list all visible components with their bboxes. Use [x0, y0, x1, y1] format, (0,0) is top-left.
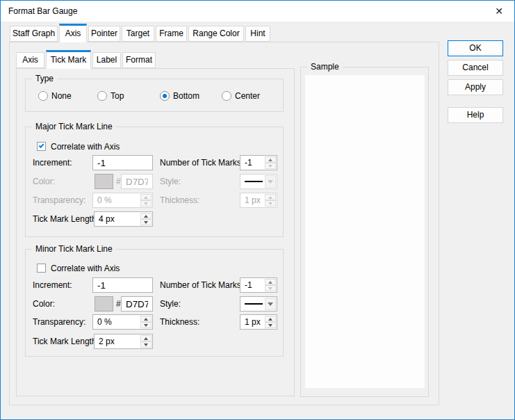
ok-button[interactable]: OK	[448, 40, 503, 56]
cancel-button[interactable]: Cancel	[448, 60, 503, 76]
sample-preview-area	[305, 75, 425, 388]
radio-center-circle[interactable]	[222, 91, 231, 101]
subtab-format[interactable]: Format	[122, 52, 156, 68]
tab-range-color[interactable]: Range Color	[188, 26, 244, 42]
minor-increment-input[interactable]	[92, 277, 153, 293]
radio-top-circle[interactable]	[97, 91, 107, 101]
chevron-down-icon	[265, 175, 276, 188]
major-thickness-label: Thickness:	[160, 193, 199, 208]
spin-down-icon[interactable]	[265, 285, 276, 291]
sample-group-title: Sample	[307, 62, 343, 72]
spin-up-icon[interactable]	[140, 316, 152, 322]
minor-tick-length-stepper[interactable]: 2 px	[94, 334, 153, 349]
radio-none-circle[interactable]	[38, 91, 48, 101]
major-transparency-label: Transparency:	[33, 193, 85, 208]
minor-transparency-value[interactable]: 0 %	[97, 315, 112, 329]
minor-num-ticks-value[interactable]: -1	[245, 278, 252, 292]
type-group-title: Type	[32, 74, 57, 83]
spin-up-icon	[265, 194, 276, 200]
subtab-tick-mark[interactable]: Tick Mark	[46, 50, 91, 69]
major-color-hash: #	[116, 174, 121, 189]
minor-transparency-label: Transparency:	[33, 314, 85, 330]
checkbox-icon[interactable]	[37, 264, 46, 273]
sub-tabstrip: Axis Tick Mark Label Format	[16, 52, 156, 69]
spin-up-icon[interactable]	[140, 213, 152, 219]
spin-down-icon[interactable]	[140, 219, 152, 225]
sample-group: Sample	[300, 67, 429, 397]
subtab-label[interactable]: Label	[92, 52, 121, 68]
spin-down-icon[interactable]	[265, 322, 276, 328]
minor-tick-length-value[interactable]: 2 px	[99, 334, 115, 348]
minor-correlate-label: Correlate with Axis	[51, 264, 120, 273]
window-title: Format Bar Gauge	[8, 1, 77, 22]
minor-thickness-stepper[interactable]: 1 px	[240, 314, 277, 330]
minor-num-ticks-stepper[interactable]: -1	[240, 277, 277, 293]
minor-tick-length-row: Tick Mark Length: 2 px	[26, 334, 283, 350]
major-correlate-label: Correlate with Axis	[51, 142, 120, 152]
major-thickness-value: 1 px	[245, 193, 261, 207]
minor-increment-row: Increment: Number of Tick Marks: -1	[26, 277, 283, 293]
major-thickness-stepper: 1 px	[240, 193, 277, 208]
type-group: Type None Top Bottom Center	[25, 79, 284, 112]
major-color-hex-input	[121, 174, 153, 189]
major-increment-label: Increment:	[33, 155, 72, 170]
minor-style-dropdown[interactable]	[240, 296, 277, 312]
major-num-ticks-stepper[interactable]: -1	[240, 155, 277, 170]
radio-none-label: None	[51, 91, 72, 102]
tab-staff-graph[interactable]: Staff Graph	[10, 26, 58, 42]
major-color-label: Color:	[33, 174, 55, 189]
major-num-ticks-value[interactable]: -1	[245, 156, 252, 170]
major-transparency-stepper: 0 %	[92, 193, 153, 208]
minor-thickness-value[interactable]: 1 px	[245, 315, 261, 329]
major-transparency-row: Transparency: 0 % Thickness: 1 px	[26, 193, 283, 209]
line-style-glyph	[245, 181, 263, 182]
close-icon[interactable]: ✕	[490, 1, 508, 22]
minor-transparency-row: Transparency: 0 % Thickness: 1 px	[26, 314, 283, 330]
spin-up-icon	[140, 194, 152, 200]
minor-style-label: Style:	[160, 296, 181, 312]
minor-transparency-stepper[interactable]: 0 %	[92, 314, 153, 330]
minor-num-ticks-label: Number of Tick Marks:	[160, 277, 243, 293]
spin-down-icon[interactable]	[140, 322, 152, 328]
check-mark-icon	[39, 143, 44, 148]
help-button[interactable]: Help	[448, 107, 503, 123]
tab-frame[interactable]: Frame	[156, 26, 187, 42]
tab-hint[interactable]: Hint	[245, 26, 270, 42]
spin-up-icon[interactable]	[265, 279, 276, 285]
major-increment-input[interactable]	[92, 155, 153, 170]
major-transparency-value: 0 %	[97, 193, 112, 207]
minor-increment-label: Increment:	[33, 277, 72, 293]
major-tick-length-label: Tick Mark Length:	[33, 211, 99, 227]
major-tick-mark-group: Major Tick Mark Line Correlate with Axis…	[25, 127, 284, 237]
spin-down-icon	[265, 200, 276, 207]
tab-pointer[interactable]: Pointer	[88, 26, 120, 42]
minor-color-label: Color:	[33, 296, 55, 312]
minor-color-swatch[interactable]	[95, 296, 113, 312]
minor-color-hash: #	[116, 296, 121, 312]
spin-up-icon[interactable]	[140, 335, 152, 341]
minor-thickness-label: Thickness:	[160, 314, 199, 330]
major-tick-length-row: Tick Mark Length: 4 px	[26, 211, 283, 227]
checkbox-icon[interactable]	[37, 142, 46, 151]
chevron-down-icon[interactable]	[265, 298, 276, 310]
spin-up-icon[interactable]	[265, 316, 276, 322]
major-color-swatch	[95, 174, 113, 189]
tab-axis[interactable]: Axis	[59, 24, 87, 42]
major-tick-length-stepper[interactable]: 4 px	[94, 211, 153, 227]
radio-top-label: Top	[111, 91, 124, 102]
spin-up-icon[interactable]	[265, 156, 276, 163]
minor-color-row: Color: # Style:	[26, 296, 283, 312]
major-tick-length-value[interactable]: 4 px	[99, 212, 115, 226]
apply-button[interactable]: Apply	[448, 79, 503, 95]
major-increment-row: Increment: Number of Tick Marks: -1	[26, 155, 283, 171]
spin-down-icon[interactable]	[265, 163, 276, 169]
radio-bottom-circle[interactable]	[160, 91, 170, 101]
spin-down-icon[interactable]	[140, 341, 152, 348]
radio-center-label: Center	[235, 91, 260, 102]
subtab-axis[interactable]: Axis	[16, 52, 44, 68]
major-color-row: Color: # Style:	[26, 174, 283, 190]
minor-color-hex-input[interactable]	[121, 296, 153, 312]
major-style-dropdown	[240, 174, 277, 189]
tab-target[interactable]: Target	[122, 26, 154, 42]
major-num-ticks-label: Number of Tick Marks:	[160, 155, 243, 170]
